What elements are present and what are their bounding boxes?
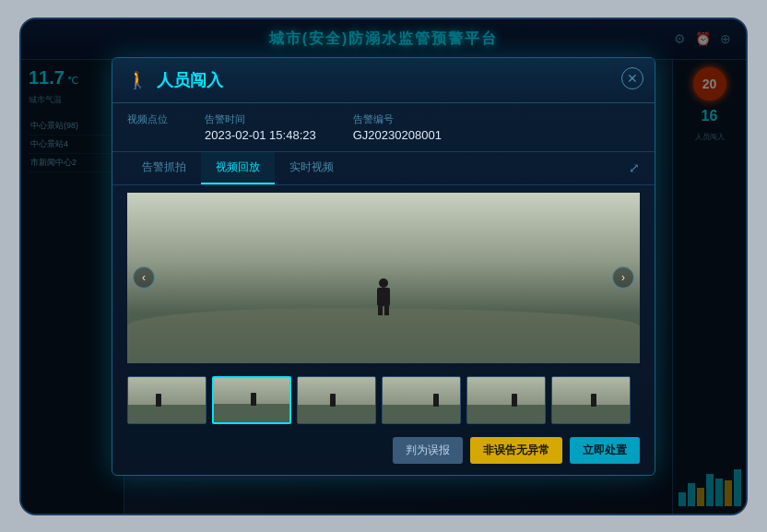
tab-live-video[interactable]: 实时视频: [275, 152, 348, 184]
thumb-figure-1: [156, 394, 161, 407]
time-label: 告警时间: [205, 112, 316, 126]
time-value: 2023-02-01 15:48:23: [205, 128, 316, 142]
video-player: ‹ ›: [127, 193, 640, 363]
thumb-ground-3: [298, 405, 375, 423]
thumbnail-4[interactable]: [382, 376, 461, 424]
modal-header: 🚶 人员闯入 ✕: [112, 58, 655, 103]
video-prev-button[interactable]: ‹: [133, 266, 155, 289]
figure-right-leg: [384, 306, 389, 315]
thumbnail-strip: [112, 371, 655, 430]
id-meta: 告警编号 GJ20230208001: [353, 112, 442, 142]
thumb-figure-3: [330, 394, 336, 407]
modal-close-button[interactable]: ✕: [621, 67, 643, 89]
thumb-ground-4: [383, 405, 460, 423]
figure-body: [377, 288, 390, 306]
figure-head: [379, 278, 388, 288]
immediate-action-button[interactable]: 立即处置: [570, 437, 640, 464]
rocky-ground: [127, 308, 640, 363]
thumb-ground-5: [467, 405, 545, 423]
modal-meta: 视频点位 告警时间 2023-02-01 15:48:23 告警编号 GJ202…: [112, 103, 655, 152]
expand-icon[interactable]: ⤢: [629, 152, 640, 184]
thumbnail-3[interactable]: [297, 376, 376, 424]
intrusion-modal: 🚶 人员闯入 ✕ 视频点位 告警时间 2023-02-01 15:48:23 告…: [112, 57, 655, 476]
tab-alert-capture[interactable]: 告警抓拍: [127, 152, 201, 184]
thumb-ground-1: [128, 405, 206, 423]
thumb-ground-6: [552, 405, 630, 423]
thumb-figure-2: [251, 393, 256, 406]
id-label: 告警编号: [353, 112, 442, 126]
modal-overlay: 🚶 人员闯入 ✕ 视频点位 告警时间 2023-02-01 15:48:23 告…: [21, 19, 746, 514]
modal-icon: 🚶: [127, 70, 148, 90]
time-meta: 告警时间 2023-02-01 15:48:23: [205, 112, 316, 142]
modal-tabs: 告警抓拍 视频回放 实时视频 ⤢: [112, 152, 655, 185]
thumbnail-6[interactable]: [551, 376, 631, 424]
main-frame: 城市(安全)防溺水监管预警平台 ⚙ ⏰ ⊕ 11.7 ℃ 城市气温 中心景站(9…: [19, 18, 748, 515]
modal-title: 人员闯入: [157, 69, 223, 91]
figure-left-leg: [378, 306, 383, 315]
thumbnail-5[interactable]: [466, 376, 546, 424]
thumb-ground-2: [214, 404, 289, 422]
location-meta: 视频点位: [127, 112, 168, 142]
action-buttons: 判为误报 非误告无异常 立即处置: [112, 430, 655, 475]
figure-legs: [375, 306, 392, 315]
thumbnail-2[interactable]: [212, 376, 291, 424]
mark-abnormal-button[interactable]: 非误告无异常: [470, 437, 562, 464]
thumbnail-1[interactable]: [127, 376, 206, 424]
thumb-figure-5: [512, 394, 517, 407]
location-label: 视频点位: [127, 112, 168, 126]
mark-normal-button[interactable]: 判为误报: [393, 437, 463, 464]
video-next-button[interactable]: ›: [612, 266, 634, 289]
person-silhouette: [375, 278, 392, 315]
id-value: GJ20230208001: [353, 128, 442, 142]
thumb-figure-6: [591, 394, 596, 407]
thumb-figure-4: [433, 394, 439, 407]
tab-video-playback[interactable]: 视频回放: [201, 152, 275, 184]
video-scene: [127, 193, 640, 363]
